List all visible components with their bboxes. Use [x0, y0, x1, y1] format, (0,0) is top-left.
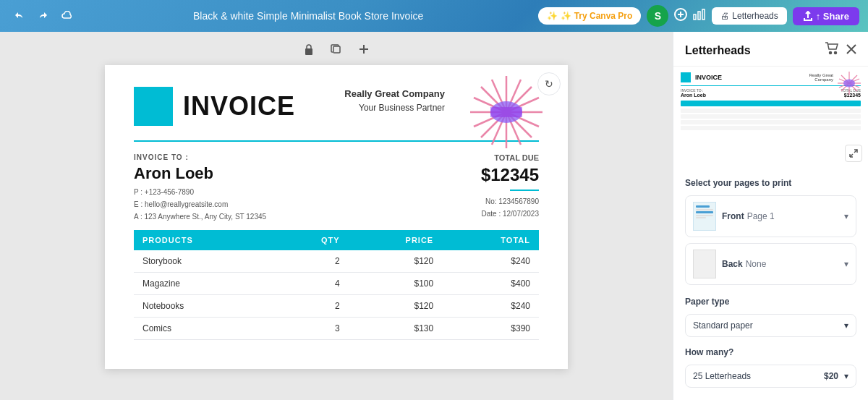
- canvas-area: INVOICE Really Great Company Your Busine…: [0, 32, 673, 400]
- table-row: Magazine 4 $100 $400: [134, 273, 539, 295]
- qty-cell: 3: [274, 318, 349, 340]
- table-row: Comics 3 $130 $390: [134, 318, 539, 340]
- qty-cell: 4: [274, 273, 349, 295]
- right-panel: Letterheads: [673, 32, 868, 400]
- letterhead-count-select[interactable]: 25 Letterheads $20 ▾: [685, 365, 856, 388]
- invoice-table: PRODUCTS QTY PRICE TOTAL Storybook 2 $12…: [134, 230, 539, 340]
- print-letterheads-button[interactable]: 🖨 Letterheads: [712, 7, 786, 25]
- front-page-thumb: [693, 202, 716, 231]
- select-pages-label: Select your pages to print: [685, 178, 856, 188]
- col-products: PRODUCTS: [134, 230, 274, 250]
- main-layout: INVOICE Really Great Company Your Busine…: [0, 32, 868, 400]
- svg-rect-5: [333, 46, 340, 53]
- redo-button[interactable]: [33, 6, 54, 26]
- mini-invoice-preview: INVOICE Really GreatCompany INVOICE TO :…: [673, 67, 868, 168]
- front-page-row[interactable]: FrontPage 1 ▾: [685, 195, 856, 237]
- back-dropdown-arrow[interactable]: ▾: [844, 259, 848, 269]
- invoice-date: Date : 12/07/2023: [481, 208, 539, 220]
- panel-header: Letterheads: [673, 32, 868, 67]
- svg-point-24: [830, 52, 832, 54]
- paper-dropdown-arrow: ▾: [844, 320, 848, 331]
- toolbar: Black & white Simple Minimalist Book Sto…: [0, 0, 868, 32]
- document-title: Black & white Simple Minimalist Book Sto…: [84, 10, 532, 22]
- lock-element-button[interactable]: [299, 39, 319, 59]
- product-cell: Comics: [134, 318, 274, 340]
- toolbar-left: [9, 6, 78, 26]
- analytics-button[interactable]: [693, 9, 706, 23]
- svg-point-25: [835, 52, 837, 54]
- price-cell: $130: [349, 318, 443, 340]
- col-qty: QTY: [274, 230, 349, 250]
- preview-inner: INVOICE Really GreatCompany INVOICE TO :…: [673, 67, 868, 168]
- how-many-label: How many?: [685, 347, 856, 357]
- qty-cell: 2: [274, 250, 349, 273]
- canva-star-icon: ✨: [547, 11, 558, 21]
- invoice-brand: INVOICE: [134, 87, 295, 126]
- table-row: Storybook 2 $120 $240: [134, 250, 539, 273]
- invoice-number: No: 1234567890: [481, 195, 539, 208]
- duplicate-element-button[interactable]: [326, 39, 346, 59]
- front-label: FrontPage 1: [722, 211, 838, 221]
- total-due-amount: $12345: [481, 165, 539, 185]
- svg-rect-3: [702, 9, 705, 20]
- total-cell: $390: [442, 318, 539, 340]
- product-cell: Magazine: [134, 273, 274, 295]
- back-label: BackNone: [722, 259, 838, 269]
- paper-type-select[interactable]: Standard paper ▾: [685, 314, 856, 337]
- total-due-section: TOTAL DUE $12345 No: 1234567890 Date : 1…: [481, 153, 539, 220]
- panel-body: Select your pages to print F: [673, 168, 868, 400]
- invoice-to-label: INVOICE TO :: [134, 153, 266, 161]
- client-address: A : 123 Anywhere St., Any City, ST 12345: [134, 210, 266, 223]
- invoice-main-title: INVOICE: [183, 91, 295, 122]
- add-collaborator-button[interactable]: [674, 8, 687, 25]
- undo-button[interactable]: [9, 6, 29, 26]
- price-cell: $120: [349, 295, 443, 318]
- refresh-button[interactable]: ↻: [537, 72, 561, 95]
- col-total: TOTAL: [442, 230, 539, 250]
- letterhead-dropdown-arrow: ▾: [844, 371, 848, 381]
- svg-rect-4: [305, 48, 312, 55]
- starburst-decoration: [467, 72, 546, 152]
- close-panel-button[interactable]: [846, 43, 856, 58]
- svg-rect-2: [698, 12, 700, 20]
- cart-icon[interactable]: [825, 42, 839, 59]
- company-tagline: Your Business Partner: [344, 101, 445, 114]
- svg-rect-1: [694, 14, 696, 20]
- svg-point-38: [843, 80, 855, 88]
- front-dropdown-arrow[interactable]: ▾: [844, 211, 848, 221]
- cloud-save-button[interactable]: [58, 6, 78, 26]
- toolbar-right: ✨ ✨ Try Canva Pro S 🖨 Letterheads ↑ Shar…: [538, 5, 859, 27]
- total-cell: $240: [442, 250, 539, 273]
- product-cell: Notebooks: [134, 295, 274, 318]
- paper-type-section: Paper type Standard paper ▾: [685, 297, 856, 337]
- product-cell: Storybook: [134, 250, 274, 273]
- qty-cell: 2: [274, 295, 349, 318]
- back-page-row[interactable]: BackNone ▾: [685, 243, 856, 285]
- price-cell: $100: [349, 273, 443, 295]
- col-price: PRICE: [349, 230, 443, 250]
- client-name: Aron Loeb: [134, 164, 266, 183]
- paper-type-label: Paper type: [685, 297, 856, 307]
- total-due-label: TOTAL DUE: [481, 153, 539, 162]
- canvas-toolbar: [299, 39, 374, 59]
- invoice-to-section: INVOICE TO : Aron Loeb P : +123-456-7890…: [134, 153, 266, 223]
- svg-rect-23: [490, 107, 522, 117]
- add-element-button[interactable]: [354, 39, 374, 59]
- client-phone: P : +123-456-7890: [134, 186, 266, 198]
- back-page-thumb: [693, 250, 716, 278]
- invoice-company-info: Really Great Company Your Business Partn…: [344, 87, 445, 114]
- share-button[interactable]: ↑ Share: [793, 7, 859, 25]
- try-canva-button[interactable]: ✨ ✨ Try Canva Pro: [538, 7, 641, 25]
- letterhead-price: $20: [824, 371, 838, 381]
- total-divider: [510, 190, 539, 191]
- invoice-info-section: INVOICE TO : Aron Loeb P : +123-456-7890…: [134, 153, 539, 223]
- user-avatar-button[interactable]: S: [647, 5, 668, 27]
- invoice-document: INVOICE Really Great Company Your Busine…: [105, 65, 568, 369]
- expand-preview-button[interactable]: [845, 145, 862, 162]
- total-cell: $400: [442, 273, 539, 295]
- page-select-group: FrontPage 1 ▾ BackNone ▾: [685, 195, 856, 285]
- panel-title: Letterheads: [685, 44, 751, 57]
- print-icon: 🖨: [720, 11, 729, 21]
- price-cell: $120: [349, 250, 443, 273]
- company-name: Really Great Company: [344, 87, 445, 101]
